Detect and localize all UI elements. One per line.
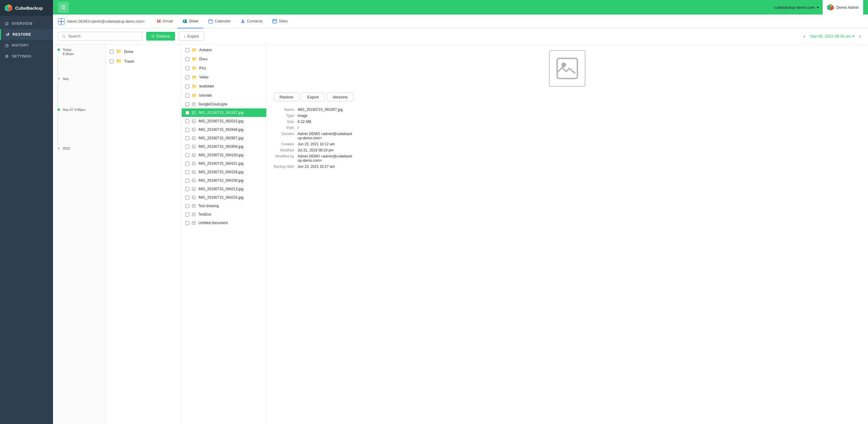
file-testfolder-checkbox[interactable] [185,85,189,88]
file-googlecloud-checkbox[interactable] [185,102,189,106]
file-testdoc-checkbox[interactable] [185,213,189,216]
date-label[interactable]: Sep 08, 2022 08:36 am ▾ [810,34,855,38]
sidebar-item-history[interactable]: ◷ HISTORY [0,40,53,51]
drive-icon [182,19,187,24]
file-untitled-checkbox[interactable] [185,221,189,225]
svg-rect-37 [192,145,196,148]
search-box[interactable] [58,32,143,40]
folder-drive-checkbox[interactable] [110,50,114,54]
file-pics-checkbox[interactable] [185,66,189,70]
svg-rect-29 [192,111,196,115]
file-img-094159-checkbox[interactable] [185,179,189,183]
meta-path-value: / [298,126,861,130]
content-area: Admin DEMO<admin@cubebackup-demo.com> M … [53,14,868,424]
file-test-drawing[interactable]: Test drawing [182,202,266,210]
svg-point-30 [193,112,193,112]
file-video-label: Video [199,75,208,79]
file-video-checkbox[interactable] [185,75,189,79]
file-img-094224[interactable]: IMG_20190715_094224.jpg [182,193,266,202]
folder-trash-checkbox[interactable] [110,59,114,63]
tab-gmail[interactable]: M Gmail [152,14,178,28]
file-img-092859[interactable]: IMG_20190715_092859.jpg [182,142,266,151]
tl-seg [58,102,58,104]
sidebar-item-overview[interactable]: ⊡ OVERVIEW [0,18,53,29]
file-img-094151-checkbox[interactable] [185,162,189,166]
file-img-094224-checkbox[interactable] [185,195,189,200]
file-img-091937-checkbox[interactable] [185,111,189,115]
file-tutorials[interactable]: 📁 tutorials [182,91,266,100]
file-pics[interactable]: 📁 Pics [182,64,266,73]
tl-seg [58,128,58,131]
svg-rect-33 [192,128,196,131]
tl-seg [58,90,58,92]
file-img-094151[interactable]: IMG_20190715_094151.jpg [182,159,266,168]
file-docs-checkbox[interactable] [185,57,189,61]
sidebar-item-restore[interactable]: ↺ RESTORE [0,29,53,40]
file-img-092859-checkbox[interactable] [185,145,189,149]
file-img-094224-icon [192,195,196,200]
next-date-button[interactable]: › [857,32,863,40]
meta-size-label: Size [274,120,294,124]
folder-drive[interactable]: 📁 Drive [106,47,181,56]
svg-rect-49 [192,196,196,199]
file-img-094159[interactable]: IMG_20190715_094159.jpg [182,176,266,185]
timeline-sep07-label: Sep 07 4:36pm [63,107,85,112]
file-arduino-label: Arduino [199,48,212,52]
prev-date-button[interactable]: ‹ [801,32,807,40]
tab-contacts[interactable]: Contacts [236,14,268,28]
file-img-094158-checkbox[interactable] [185,170,189,174]
tab-drive[interactable]: Drive [178,14,203,28]
tl-seg [58,68,58,71]
tab-sites-label: Sites [279,19,288,23]
preview-restore-button[interactable]: Restore [274,93,299,101]
file-arduino-checkbox[interactable] [185,48,189,52]
tab-calendar[interactable]: Calendar [203,14,236,28]
tl-seg [58,85,58,87]
file-docs[interactable]: 📁 Docs [182,55,266,64]
file-untitled[interactable]: Untitled document [182,219,266,227]
file-video[interactable]: 📁 Video [182,73,266,82]
svg-rect-43 [192,171,196,174]
search-input[interactable] [68,34,139,38]
file-img-091937[interactable]: IMG_20190715_091937.jpg [182,109,266,117]
tl-seg [58,104,58,107]
timeline-2022-marker [57,146,61,151]
file-tutorials-checkbox[interactable] [185,94,189,97]
date-navigation: ‹ Sep 08, 2022 08:36 am ▾ › [801,32,863,40]
tl-seg [58,87,58,90]
hamburger-button[interactable]: ☰ [58,2,69,13]
file-googlecloud[interactable]: GoogleCloud.pptx [182,100,266,109]
export-button[interactable]: ↓ Export [179,31,204,41]
file-arduino[interactable]: 📁 Arduino [182,46,266,55]
file-img-092857-checkbox[interactable] [185,136,189,140]
domain-selector[interactable]: cubebackup-demo.com ▾ [774,5,818,10]
file-img-094158[interactable]: IMG_20190715_094158.jpg [182,168,266,176]
file-img-094150-checkbox[interactable] [185,153,189,157]
file-img-092015-checkbox[interactable] [185,119,189,123]
preview-meta: Name IMG_20190715_091937.jpg Type image … [274,108,861,169]
file-img-092857[interactable]: IMG_20190715_092857.jpg [182,134,266,142]
file-img-092848-checkbox[interactable] [185,128,189,132]
file-googlecloud-icon [192,102,196,106]
restore-button[interactable]: ↺ Restore [146,32,175,40]
file-testfolder[interactable]: 📁 testfolder [182,82,266,91]
file-img-094213[interactable]: IMG_20190715_094213.jpg [182,185,266,193]
preview-export-button[interactable]: Export [302,93,325,101]
meta-size-value: 6.32 MB [298,120,861,124]
file-img-092857-icon [192,136,196,140]
file-tutorials-label: tutorials [199,93,212,97]
preview-versions-button[interactable]: Versions [327,93,353,101]
folders-panel: 📁 Drive 📁 Trash [106,44,182,424]
file-img-092859-label: IMG_20190715_092859.jpg [198,145,244,149]
file-img-092015[interactable]: IMG_20190715_092015.jpg [182,117,266,125]
folder-trash[interactable]: 📁 Trash [106,56,181,66]
meta-owners-label: Owners [274,132,294,140]
file-img-094213-checkbox[interactable] [185,187,189,191]
file-testdoc[interactable]: TestDoc [182,210,266,219]
file-arduino-icon: 📁 [192,48,197,52]
file-img-094150[interactable]: IMG_20190715_094150.jpg [182,151,266,159]
file-img-092848[interactable]: IMG_20190715_092848.jpg [182,125,266,134]
sidebar-item-settings[interactable]: ⚙ SETTINGS [0,51,53,62]
tab-sites[interactable]: Sites [268,14,292,28]
file-test-drawing-checkbox[interactable] [185,204,189,208]
